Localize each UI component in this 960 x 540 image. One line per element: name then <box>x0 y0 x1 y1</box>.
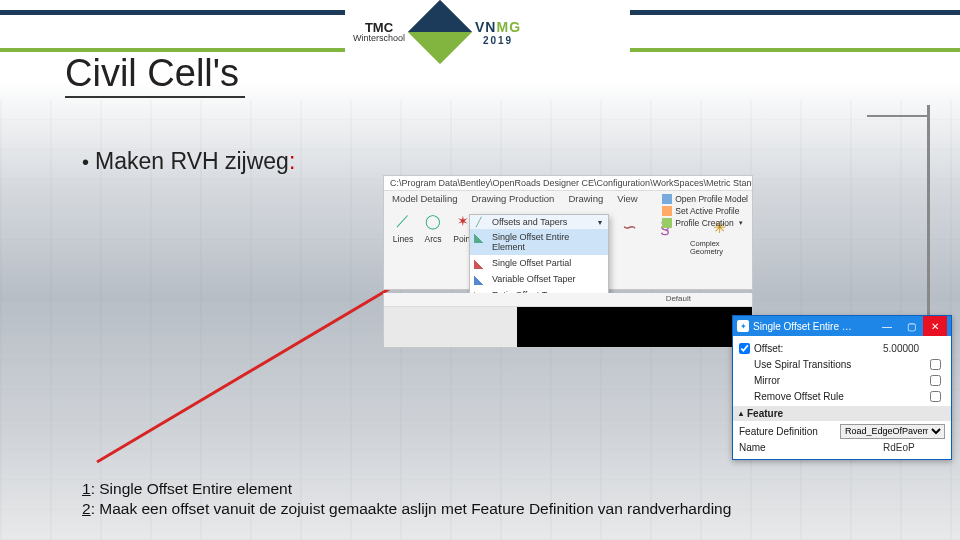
bullet-line: •Maken RVH zijweg: <box>82 148 295 175</box>
name-value[interactable]: RdEoP <box>883 442 945 453</box>
section-feature[interactable]: ▴ Feature <box>733 406 951 421</box>
dropdown-item[interactable]: Single Offset Partial <box>470 255 608 271</box>
row-spiral: Use Spiral Transitions <box>739 356 945 372</box>
remove-label: Remove Offset Rule <box>754 391 930 402</box>
dropdown-item-label: Single Offset Partial <box>492 258 571 268</box>
name-label: Name <box>739 442 883 453</box>
offset-value[interactable]: 5.00000 <box>883 343 945 354</box>
ribbon-tab[interactable]: Model Detailing <box>392 193 457 204</box>
step-text: : Single Offset Entire element <box>91 480 292 497</box>
section-label: Feature <box>747 408 783 419</box>
offsets-tapers-dropdown: ╱ Offsets and Tapers ▾ Single Offset Ent… <box>469 214 609 304</box>
tool-label: Set Active Profile <box>675 206 739 216</box>
maximize-button[interactable]: ▢ <box>899 316 923 336</box>
bullet-text: Maken RVH zijweg <box>95 148 289 174</box>
offset-checkbox[interactable] <box>739 343 750 354</box>
lower-toolbar: Default <box>384 293 752 307</box>
variable-taper-icon <box>474 273 486 285</box>
tool-label: Complex Geometry <box>690 240 748 255</box>
tool-lines[interactable]: ／ Lines <box>392 210 414 244</box>
profile-model-icon <box>662 194 672 204</box>
offset-partial-icon <box>474 257 486 269</box>
logo-vnmg-year: 2019 <box>475 35 521 46</box>
logo-tmc-sub: Winterschool <box>353 34 405 43</box>
ribbon-lower-strip: Default <box>383 293 753 348</box>
instruction-line-2: 2: Maak een offset vanuit de zojuist gem… <box>82 499 731 518</box>
page-title: Civil Cell's <box>65 52 239 95</box>
dropdown-header-label: Offsets and Tapers <box>492 217 567 227</box>
tool-open-profile[interactable]: Open Profile Model <box>662 194 748 204</box>
row-remove: Remove Offset Rule <box>739 388 945 404</box>
ribbon-right-tools: Open Profile Model Set Active Profile Pr… <box>662 194 748 230</box>
step-number: 2 <box>82 500 91 517</box>
bullet-colon: : <box>289 148 295 174</box>
step-text: : Maak een offset vanuit de zojuist gema… <box>91 500 732 517</box>
chevron-down-icon: ▾ <box>739 219 743 227</box>
single-offset-dialog: ✦ Single Offset Entire … — ▢ ✕ Offset: 5… <box>732 315 952 460</box>
offsets-icon: ╱ <box>476 217 488 227</box>
dialog-title: Single Offset Entire … <box>753 321 852 332</box>
row-mirror: Mirror <box>739 372 945 388</box>
logo-vnmg: VNMG 2019 <box>475 19 521 46</box>
dropdown-header[interactable]: ╱ Offsets and Tapers ▾ <box>470 215 608 229</box>
offset-entire-icon <box>474 231 486 243</box>
tool-set-active-profile[interactable]: Set Active Profile <box>662 206 748 216</box>
instructions: 1: Single Offset Entire element 2: Maak … <box>82 479 731 518</box>
dropdown-item-label: Single Offset Entire Element <box>492 232 569 252</box>
dropdown-item[interactable]: Single Offset Entire Element <box>470 229 608 255</box>
spiral-checkbox[interactable] <box>930 359 941 370</box>
dropdown-item-label: Variable Offset Taper <box>492 274 576 284</box>
chevron-down-icon: ▾ <box>598 218 602 227</box>
row-feature-def: Feature Definition Road_EdgeOfPavement <box>739 423 945 439</box>
minimize-button[interactable]: — <box>875 316 899 336</box>
remove-checkbox[interactable] <box>930 391 941 402</box>
logo-tmc: TMC Winterschool <box>353 21 405 43</box>
close-button[interactable]: ✕ <box>923 316 947 336</box>
tool-label: Open Profile Model <box>675 194 748 204</box>
offset-label: Offset: <box>754 343 883 354</box>
viewport-black <box>517 307 752 347</box>
tool-reverse[interactable]: ∽ <box>618 216 640 255</box>
dropdown-item[interactable]: Variable Offset Taper <box>470 271 608 287</box>
ribbon-path: C:\Program Data\Bentley\OpenRoads Design… <box>384 176 752 191</box>
ribbon-tab[interactable]: Drawing Production <box>471 193 554 204</box>
active-profile-icon <box>662 206 672 216</box>
dialog-body: Offset: 5.00000 Use Spiral Transitions M… <box>733 336 951 459</box>
mirror-label: Mirror <box>754 375 930 386</box>
spiral-label: Use Spiral Transitions <box>754 359 930 370</box>
ribbon-tab[interactable]: View <box>617 193 637 204</box>
tool-label: Lines <box>393 234 413 244</box>
step-number: 1 <box>82 480 91 497</box>
lines-icon: ／ <box>392 210 414 232</box>
ribbon-tab[interactable]: Drawing <box>568 193 603 204</box>
tool-label: Profile Creation <box>675 218 734 228</box>
dialog-app-icon: ✦ <box>737 320 749 332</box>
feature-def-label: Feature Definition <box>739 426 840 437</box>
arcs-icon: ◯ <box>422 210 444 232</box>
tool-label: Arcs <box>425 234 442 244</box>
dialog-titlebar[interactable]: ✦ Single Offset Entire … — ▢ ✕ <box>733 316 951 336</box>
feature-def-select[interactable]: Road_EdgeOfPavement <box>840 424 945 439</box>
default-label: Default <box>666 294 691 303</box>
profile-creation-icon <box>662 218 672 228</box>
row-offset: Offset: 5.00000 <box>739 340 945 356</box>
logo-vnmg-vn: VN <box>475 19 496 35</box>
reverse-icon: ∽ <box>618 216 640 238</box>
chevron-up-icon: ▴ <box>739 409 743 418</box>
header-logos: TMC Winterschool VNMG 2019 <box>345 2 630 62</box>
logo-diamond-icon <box>408 0 473 65</box>
bullet-dot-icon: • <box>82 151 89 173</box>
instruction-line-1: 1: Single Offset Entire element <box>82 479 731 498</box>
tool-profile-creation[interactable]: Profile Creation▾ <box>662 218 748 228</box>
ribbon-screenshot: C:\Program Data\Bentley\OpenRoads Design… <box>383 175 753 290</box>
mirror-checkbox[interactable] <box>930 375 941 386</box>
tool-arcs[interactable]: ◯ Arcs <box>422 210 444 244</box>
row-name: Name RdEoP <box>739 439 945 455</box>
logo-vnmg-mg: MG <box>496 19 521 35</box>
